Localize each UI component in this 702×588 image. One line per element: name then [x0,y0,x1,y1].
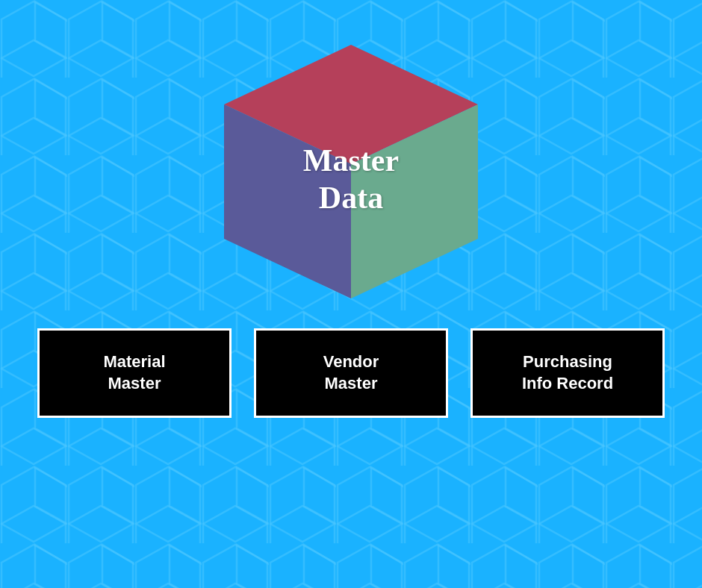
cards-container: Material Master Vendor Master Purchasing… [7,328,695,418]
purchasing-info-record-label: Purchasing Info Record [522,351,613,394]
material-master-label: Material Master [103,351,165,394]
cube-graphic: Master Data [209,30,493,313]
vendor-master-card[interactable]: Vendor Master [254,328,448,418]
purchasing-info-record-card[interactable]: Purchasing Info Record [470,328,665,418]
material-master-card[interactable]: Material Master [37,328,232,418]
vendor-master-label: Vendor Master [323,351,379,394]
